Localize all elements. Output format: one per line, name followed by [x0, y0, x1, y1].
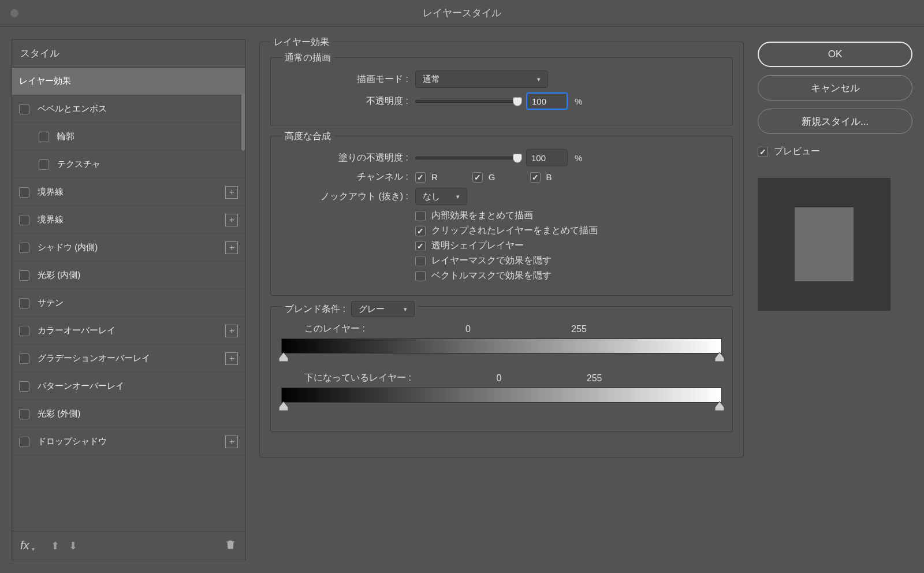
under-layer-label: 下になっているレイヤー :: [304, 372, 411, 384]
checkbox-transparency-shapes[interactable]: [415, 241, 426, 251]
move-up-button[interactable]: ⬆: [51, 539, 59, 552]
legend-blend-if: ブレンド条件 : グレー ▾: [281, 301, 418, 317]
checkbox-icon[interactable]: [19, 437, 29, 447]
slider-handle-icon[interactable]: [513, 154, 522, 163]
blend-if-label: ブレンド条件 :: [285, 303, 345, 315]
opacity-input[interactable]: [526, 92, 568, 110]
checkbox-icon[interactable]: [19, 326, 29, 336]
add-effect-button[interactable]: ＋: [225, 186, 238, 199]
styles-row-bevel-emboss[interactable]: ベベルとエンボス: [12, 95, 245, 123]
traffic-close-icon[interactable]: [10, 9, 18, 17]
add-effect-button[interactable]: ＋: [225, 214, 238, 226]
svg-marker-1: [715, 352, 724, 362]
checkbox-label: レイヤーマスクで効果を隠す: [431, 255, 552, 267]
channel-g-label: G: [489, 172, 495, 182]
preview-label: プレビュー: [774, 146, 820, 158]
checkbox-icon[interactable]: [19, 243, 29, 253]
channel-r-checkbox[interactable]: [415, 172, 426, 183]
styles-row-outer-glow[interactable]: 光彩 (外側): [12, 400, 245, 428]
this-layer-high-value: 255: [571, 324, 587, 334]
channel-b-label: B: [546, 172, 552, 182]
blend-mode-dropdown[interactable]: 通常 ▾: [415, 70, 548, 88]
styles-row-contour[interactable]: 輪郭: [12, 123, 245, 151]
checkbox-label: 透明シェイプレイヤー: [431, 240, 524, 252]
channel-b-checkbox[interactable]: [530, 172, 541, 183]
styles-panel: スタイル レイヤー効果 ベベルとエンボス 輪郭 テクスチャ: [12, 39, 245, 560]
checkbox-icon[interactable]: [19, 298, 29, 308]
move-down-button[interactable]: ⬇: [69, 539, 77, 552]
checkbox-layer-mask-hide[interactable]: [415, 256, 426, 266]
style-row-label: サテン: [38, 297, 64, 308]
checkbox-blend-interior[interactable]: [415, 211, 426, 221]
gradient-low-handle[interactable]: [279, 401, 288, 411]
cancel-button[interactable]: キャンセル: [758, 75, 912, 101]
styles-row-inner-glow[interactable]: 光彩 (内側): [12, 262, 245, 289]
styles-row-inner-shadow[interactable]: シャドウ (内側) ＋: [12, 234, 245, 262]
fx-menu-button[interactable]: fx: [20, 539, 29, 552]
gradient-high-handle[interactable]: [715, 401, 724, 411]
add-effect-button[interactable]: ＋: [225, 325, 238, 337]
pct-label: %: [575, 96, 582, 106]
blend-if-channel-dropdown[interactable]: グレー ▾: [351, 301, 415, 317]
styles-row-gradient-overlay[interactable]: グラデーションオーバーレイ ＋: [12, 345, 245, 373]
label-fill-opacity: 塗りの不透明度 :: [281, 152, 408, 164]
group-legend-layer-effects: レイヤー効果: [270, 36, 333, 49]
styles-row-pattern-overlay[interactable]: パターンオーバーレイ: [12, 373, 245, 400]
titlebar: レイヤースタイル: [0, 0, 924, 27]
checkbox-icon[interactable]: [19, 187, 29, 198]
channel-g-checkbox[interactable]: [472, 172, 483, 183]
svg-marker-2: [279, 401, 288, 411]
styles-row-color-overlay[interactable]: カラーオーバーレイ ＋: [12, 317, 245, 345]
checkbox-icon[interactable]: [19, 270, 29, 281]
checkbox-vector-mask-hide[interactable]: [415, 271, 426, 281]
svg-marker-0: [279, 352, 288, 362]
preview-checkbox[interactable]: [758, 147, 768, 157]
this-layer-label: このレイヤー :: [304, 323, 365, 335]
chevron-down-icon: ▾: [537, 76, 541, 83]
chevron-down-icon: ▾: [456, 193, 460, 200]
opacity-slider[interactable]: [415, 100, 519, 103]
slider-handle-icon[interactable]: [513, 97, 522, 106]
checkbox-icon[interactable]: [39, 159, 49, 170]
styles-row-stroke-2[interactable]: 境界線 ＋: [12, 206, 245, 234]
scrollbar-thumb[interactable]: [241, 93, 245, 151]
add-effect-button[interactable]: ＋: [225, 352, 238, 365]
styles-row-satin[interactable]: サテン: [12, 289, 245, 317]
ok-button[interactable]: OK: [758, 42, 912, 67]
fx-menu-caret-icon: ▾: [32, 546, 35, 552]
window-traffic-lights[interactable]: [10, 9, 18, 17]
gradient-low-handle[interactable]: [279, 352, 288, 362]
trash-button[interactable]: [224, 538, 237, 553]
knockout-value: なし: [423, 191, 440, 202]
styles-row-texture[interactable]: テクスチャ: [12, 151, 245, 178]
styles-row-stroke-1[interactable]: 境界線 ＋: [12, 178, 245, 206]
checkbox-label: クリップされたレイヤーをまとめて描画: [431, 225, 598, 237]
checkbox-blend-clipped[interactable]: [415, 226, 426, 236]
checkbox-icon[interactable]: [19, 381, 29, 392]
styles-row-blending-options[interactable]: レイヤー効果: [12, 68, 245, 95]
style-row-label: 光彩 (外側): [38, 408, 80, 419]
label-opacity: 不透明度 :: [281, 95, 408, 107]
channel-r-label: R: [431, 172, 438, 182]
legend-advanced-blending: 高度な合成: [281, 131, 334, 143]
checkbox-icon[interactable]: [39, 132, 49, 142]
knockout-dropdown[interactable]: なし ▾: [415, 188, 467, 205]
this-layer-gradient[interactable]: [281, 338, 722, 354]
styles-row-drop-shadow[interactable]: ドロップシャドウ ＋: [12, 428, 245, 456]
legend-general-blending: 通常の描画: [281, 52, 334, 64]
gradient-high-handle[interactable]: [715, 352, 724, 362]
fill-opacity-input[interactable]: [526, 149, 568, 166]
under-layer-gradient[interactable]: [281, 388, 722, 403]
label-blend-mode: 描画モード :: [281, 73, 408, 85]
under-layer-low-value: 0: [496, 373, 501, 384]
checkbox-icon[interactable]: [19, 354, 29, 364]
new-style-button[interactable]: 新規スタイル...: [758, 109, 912, 134]
add-effect-button[interactable]: ＋: [225, 436, 238, 448]
fill-opacity-slider[interactable]: [415, 157, 519, 159]
add-effect-button[interactable]: ＋: [225, 241, 238, 254]
blend-if-channel-value: グレー: [359, 304, 385, 315]
style-row-label: カラーオーバーレイ: [38, 325, 116, 336]
checkbox-icon[interactable]: [19, 215, 29, 225]
checkbox-icon[interactable]: [19, 409, 29, 419]
checkbox-icon[interactable]: [19, 104, 29, 114]
